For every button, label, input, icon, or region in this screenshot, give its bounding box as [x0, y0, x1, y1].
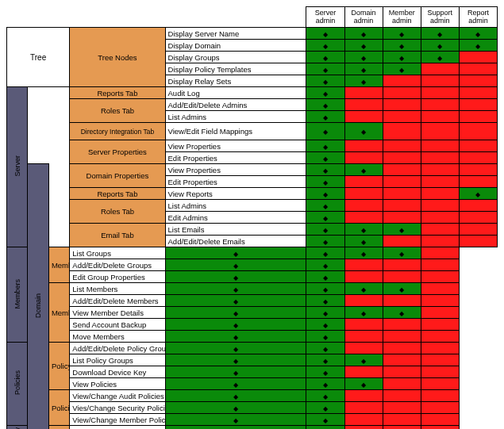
- header-row: Server admin Domain admin Member admin S…: [7, 7, 498, 28]
- col-support-admin: Support admin: [421, 7, 459, 28]
- col-domain-admin: Domain admin: [344, 7, 383, 28]
- group-members: Members: [48, 283, 69, 343]
- level-relay: Relay: [7, 426, 28, 430]
- perm-label: Edit Properties: [165, 176, 306, 188]
- perm-label: View/Change Member Policies: [70, 414, 165, 426]
- perm-label: Add/Edit/Delete Relays: [70, 426, 165, 430]
- perm-label: View/Change Audit Policies: [70, 390, 165, 402]
- perm-label: Move Members: [70, 331, 165, 343]
- group-roles-tab: Roles Tab: [70, 99, 165, 123]
- group-reports-tab-2: Reports Tab: [70, 188, 165, 200]
- perm-label: View Member Details: [70, 307, 165, 319]
- perm-label: View/Edit Field Mappings: [165, 123, 306, 140]
- perm-label: List Groups: [70, 247, 165, 259]
- group-policies: Policies: [48, 390, 69, 426]
- perm-label: Add/Edit/Delete Groups: [70, 259, 165, 271]
- perm-label: View Reports: [165, 188, 306, 200]
- perm-label: Display Groups: [165, 52, 306, 63]
- perm-label: Edit Admins: [165, 212, 306, 224]
- level-members: Members: [7, 247, 28, 343]
- perm-label: Vies/Change Security Policies: [70, 402, 165, 414]
- perm-label: Download Device Key: [70, 366, 165, 378]
- permissions-table: Server admin Domain admin Member admin S…: [6, 6, 498, 429]
- perm-label: Display Server Name: [165, 28, 306, 40]
- perm-label: Add/Edit/Delete Admins: [165, 99, 306, 111]
- group-reports-tab: Reports Tab: [70, 87, 165, 99]
- col-member-admin: Member admin: [383, 7, 421, 28]
- level-server: Server: [7, 87, 28, 247]
- perm-label: Audit Log: [165, 87, 306, 99]
- group-policy-groups: Policy Groups: [48, 343, 69, 390]
- perm-label: Display Relay Sets: [165, 75, 306, 87]
- perm-label: Add/Edit/Delete Members: [70, 295, 165, 307]
- perm-label: Display Domain: [165, 40, 306, 52]
- perm-label: List Members: [70, 283, 165, 295]
- perm-label: Edit Group Properties: [70, 271, 165, 283]
- col-server-admin: Server admin: [306, 7, 344, 28]
- group-email-tab: Email Tab: [70, 224, 165, 247]
- group-roles-tab-2: Roles Tab: [70, 200, 165, 224]
- level-policies: Policies: [7, 343, 28, 426]
- perm-label: View Properties: [165, 164, 306, 176]
- col-report-admin: Report admin: [459, 7, 497, 28]
- perm-label: Edit Properties: [165, 152, 306, 164]
- perm-label: List Policy Groups: [70, 354, 165, 366]
- perm-label: Send Account Backup: [70, 319, 165, 331]
- perm-label: Display Policy Templates: [165, 63, 306, 75]
- perm-label: List Emails: [165, 224, 306, 236]
- group-tree-nodes: Tree Nodes: [70, 28, 165, 87]
- group-server-props: Server Properties: [70, 140, 165, 164]
- perm-label: List Admins: [165, 200, 306, 212]
- group-member-groups: Member Groups: [48, 247, 69, 283]
- perm-label: View Policies: [70, 378, 165, 390]
- group-domain-props: Domain Properties: [70, 164, 165, 188]
- perm-label: Add/Edit/Delete Emails: [165, 236, 306, 247]
- perm-label: Add/Edit/Delete Policy Groups: [70, 343, 165, 354]
- level-tree: Tree: [7, 28, 70, 87]
- perm-label: View Properties: [165, 140, 306, 152]
- perm-label: List Admins: [165, 111, 306, 123]
- level-domain: Domain: [28, 164, 48, 430]
- group-dir-int: Directory Integration Tab: [70, 123, 165, 140]
- group-relays: Relays: [48, 426, 69, 430]
